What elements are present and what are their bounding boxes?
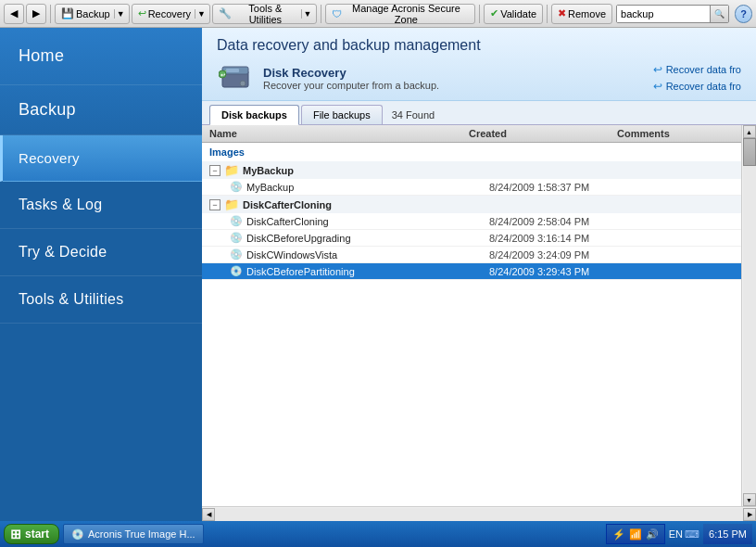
group-toggle-diskcaftercloning[interactable]: − — [209, 199, 220, 210]
manage-zone-button[interactable]: 🛡 Manage Acronis Secure Zone — [325, 4, 476, 24]
table-row[interactable]: 💿 DiskCBeforePartitioning 8/24/2009 3:29… — [202, 263, 741, 280]
back-button[interactable]: ◀ — [4, 4, 24, 24]
file-name-cell: 💿 DiskCafterCloning — [230, 215, 489, 227]
disk-recovery-title: Disk Recovery — [263, 66, 439, 80]
tab-disk-backups-label: Disk backups — [221, 109, 287, 121]
clock: 6:15 PM — [703, 524, 752, 544]
tab-disk-backups[interactable]: Disk backups — [209, 105, 299, 125]
validate-button[interactable]: ✔ Validate — [484, 4, 543, 24]
file-name-cell: 💿 DiskCBeforeUpgrading — [230, 232, 489, 244]
scroll-up-button[interactable]: ▲ — [743, 125, 756, 138]
sidebar: Home Backup Recovery Tasks & Log Try & D… — [0, 28, 202, 521]
recover-icon-1: ↩ — [653, 63, 662, 76]
remove-button[interactable]: ✖ Remove — [551, 4, 612, 24]
sidebar-item-tools-utilities[interactable]: Tools & Utilities — [0, 276, 202, 324]
found-badge: 34 Found — [384, 106, 442, 124]
file-name-cell: 💿 DiskCWindowsVista — [230, 248, 489, 261]
col-created: Created — [469, 128, 617, 139]
scroll-down-button[interactable]: ▼ — [743, 493, 756, 506]
tray-icon-3: 🔊 — [646, 528, 659, 541]
recovery-dropdown-arrow[interactable]: ▼ — [195, 9, 204, 19]
file-name: DiskCWindowsVista — [246, 249, 337, 261]
help-button[interactable]: ? — [735, 5, 752, 23]
disk-recovery-row: ↩ Disk Recovery Recover your computer fr… — [217, 61, 741, 95]
sep2 — [321, 5, 321, 23]
scroll-h-track[interactable] — [215, 508, 743, 521]
sidebar-item-tasks-log[interactable]: Tasks & Log — [0, 182, 202, 229]
vertical-scrollbar[interactable]: ▲ ▼ — [741, 125, 756, 506]
file-name: MyBackup — [246, 182, 294, 193]
tools-toolbar-button[interactable]: 🔧 Tools & Utilities ▼ — [212, 4, 316, 24]
group-icon-mybackup: 📁 — [224, 163, 239, 177]
main-layout: Home Backup Recovery Tasks & Log Try & D… — [0, 28, 756, 521]
sidebar-item-backup[interactable]: Backup — [0, 85, 202, 135]
taskbar-window-icon: 💿 — [71, 528, 84, 541]
recover-link-1[interactable]: ↩ Recover data fro — [653, 63, 741, 76]
group-toggle-mybackup[interactable]: − — [209, 165, 220, 176]
taskbar-system-tray: ⚡ 📶 🔊 — [606, 524, 665, 544]
group-name-diskcaftercloning: DiskCafterCloning — [243, 199, 332, 210]
search-button[interactable]: 🔍 — [710, 6, 728, 22]
file-name-cell: 💿 MyBackup — [230, 181, 489, 193]
validate-icon: ✔ — [490, 7, 498, 19]
file-name: DiskCBeforePartitioning — [246, 266, 355, 277]
manage-label: Manage Acronis Secure Zone — [344, 3, 470, 25]
table-row[interactable]: 💿 MyBackup 8/24/2009 1:58:37 PM — [202, 179, 741, 196]
recover-icon-2: ↩ — [653, 80, 662, 93]
file-date: 8/24/2009 3:24:09 PM — [489, 249, 637, 261]
group-diskcaftercloning[interactable]: − 📁 DiskCafterCloning — [202, 196, 741, 213]
sidebar-item-try-decide[interactable]: Try & Decide — [0, 229, 202, 276]
lang-keyboard-icon: ⌨ — [685, 528, 699, 541]
table-row[interactable]: 💿 DiskCBeforeUpgrading 8/24/2009 3:16:14… — [202, 230, 741, 247]
backup-tb-label: Backup — [76, 8, 110, 19]
search-box: 🔍 — [616, 5, 729, 23]
recover-link-1-label: Recover data fro — [666, 64, 741, 75]
search-input[interactable] — [617, 6, 710, 22]
recovery-tb-icon: ↩ — [138, 7, 146, 19]
horizontal-scrollbar[interactable]: ◀ ▶ — [202, 506, 756, 521]
toolbar: ◀ ▶ 💾 Backup ▼ ↩ Recovery ▼ 🔧 Tools & Ut… — [0, 0, 756, 28]
sep4 — [547, 5, 548, 23]
file-date: 8/24/2009 3:16:14 PM — [489, 233, 637, 244]
tabs-bar: Disk backups File backups 34 Found — [202, 101, 756, 125]
table-row[interactable]: 💿 DiskCWindowsVista 8/24/2009 3:24:09 PM — [202, 247, 741, 263]
sidebar-item-recovery[interactable]: Recovery — [0, 135, 202, 182]
forward-button[interactable]: ▶ — [26, 4, 46, 24]
tools-dropdown-arrow[interactable]: ▼ — [301, 9, 310, 19]
sidebar-item-home[interactable]: Home — [0, 28, 202, 85]
backup-dropdown-arrow[interactable]: ▼ — [114, 9, 123, 19]
sep1 — [50, 5, 51, 23]
scroll-left-button[interactable]: ◀ — [202, 508, 215, 521]
group-icon-diskcaftercloning: 📁 — [224, 197, 239, 211]
tray-icon-2: 📶 — [629, 528, 642, 541]
taskbar-window-label: Acronis True Image H... — [88, 528, 195, 540]
file-name: DiskCBeforeUpgrading — [246, 233, 351, 244]
recover-link-2[interactable]: ↩ Recover data fro — [653, 80, 741, 93]
file-area[interactable]: Name Created Comments Images − 📁 MyBacku… — [202, 125, 741, 506]
table-row[interactable]: 💿 DiskCafterCloning 8/24/2009 2:58:04 PM — [202, 213, 741, 230]
recovery-toolbar-button[interactable]: ↩ Recovery ▼ — [132, 4, 210, 24]
col-comments: Comments — [617, 128, 734, 139]
backup-toolbar-button[interactable]: 💾 Backup ▼ — [55, 4, 130, 24]
images-label: Images — [202, 143, 741, 161]
group-mybackup[interactable]: − 📁 MyBackup — [202, 161, 741, 179]
taskbar: ⊞ start 💿 Acronis True Image H... ⚡ 📶 🔊 … — [0, 521, 756, 547]
content-wrapper: Name Created Comments Images − 📁 MyBacku… — [202, 125, 756, 506]
start-label: start — [25, 528, 49, 541]
disk-recovery-desc: Recover your computer from a backup. — [263, 80, 439, 91]
scroll-track[interactable] — [743, 138, 756, 493]
remove-icon: ✖ — [558, 7, 566, 19]
taskbar-window-acronis[interactable]: 💿 Acronis True Image H... — [63, 524, 204, 544]
scroll-thumb[interactable] — [743, 138, 756, 166]
scroll-right-button[interactable]: ▶ — [743, 508, 756, 521]
hdd-icon: 💿 — [230, 181, 243, 193]
file-date: 8/24/2009 1:58:37 PM — [489, 182, 637, 193]
tab-file-backups[interactable]: File backups — [301, 105, 383, 124]
svg-rect-3 — [226, 69, 239, 72]
svg-text:↩: ↩ — [220, 72, 225, 78]
sep3 — [479, 5, 480, 23]
recover-link-2-label: Recover data fro — [666, 81, 741, 92]
language-indicator[interactable]: EN ⌨ — [669, 528, 699, 541]
start-button[interactable]: ⊞ start — [4, 524, 59, 544]
recovery-tb-label: Recovery — [148, 8, 191, 19]
